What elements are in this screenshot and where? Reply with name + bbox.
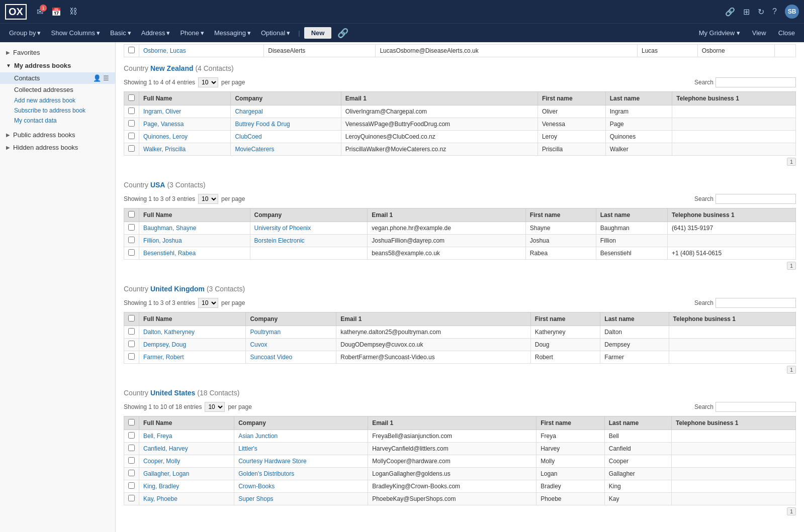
messaging-button[interactable]: Messaging ▾: [210, 27, 255, 39]
company-link-3-0[interactable]: Asian Junction: [238, 433, 278, 440]
contacts-nav-icon[interactable]: ⛓: [69, 7, 77, 16]
contact-name-link-3-5[interactable]: Kay, Phoebe: [143, 495, 177, 502]
help-icon[interactable]: ?: [772, 7, 777, 16]
company-link-1-0[interactable]: University of Phoenix: [254, 225, 311, 232]
contact-name-link-0-0[interactable]: Ingram, Oliver: [143, 108, 181, 115]
sidebar-item-favorites[interactable]: ▶ Favorites: [0, 46, 115, 59]
company-link-3-2[interactable]: Courtesy Hardware Store: [238, 458, 306, 465]
company-link-2-2[interactable]: Suncoast Video: [250, 354, 292, 361]
row-checkbox-input-0-2[interactable]: [128, 133, 135, 139]
refresh-icon[interactable]: ↻: [758, 7, 764, 17]
per-page-select-us[interactable]: 102550: [205, 402, 225, 412]
close-button[interactable]: Close: [774, 27, 799, 39]
company-link-0-0[interactable]: Chargepal: [235, 108, 262, 115]
row-checkbox-input-3-3[interactable]: [128, 470, 135, 476]
calendar-icon[interactable]: 📅: [51, 7, 61, 17]
col-header-nz-4: Last name: [605, 92, 672, 105]
row-checkbox-input-1-1[interactable]: [128, 237, 135, 243]
table-row: Dempsey, DougCuvoxDougODempsey@cuvox.co.…: [124, 339, 796, 351]
company-link-3-4[interactable]: Crown-Books: [238, 483, 275, 490]
showing-text-us: Showing 1 to 10 of 18 entries: [124, 403, 202, 410]
row-checkbox-input-0-0[interactable]: [128, 108, 135, 114]
contact-name-link-0-1[interactable]: Page, Vanessa: [143, 121, 184, 128]
sidebar-item-public[interactable]: ▶ Public address books: [0, 129, 115, 141]
header-checkbox-input-nz[interactable]: [128, 94, 135, 101]
contact-name-link-2-2[interactable]: Farmer, Robert: [143, 354, 184, 361]
search-input-usa[interactable]: [716, 194, 796, 204]
search-input-us[interactable]: [716, 402, 796, 412]
company-link-2-0[interactable]: Poultryman: [250, 329, 281, 336]
chain-icon[interactable]: 🔗: [725, 7, 735, 17]
sidebar-item-collected[interactable]: Collected addresses: [0, 84, 115, 95]
row-checkbox-input-2-0[interactable]: [128, 328, 135, 335]
row-checkbox-input-0-3[interactable]: [128, 145, 135, 152]
contact-name-link-3-3[interactable]: Gallagher, Logan: [143, 470, 189, 477]
header-checkbox-input-usa[interactable]: [128, 211, 135, 218]
sidebar-item-contacts[interactable]: Contacts 👤 ☰: [0, 72, 115, 84]
contact-name-link-2-1[interactable]: Dempsey, Doug: [143, 341, 186, 348]
contact-name-link-3-0[interactable]: Bell, Freya: [143, 433, 172, 440]
search-input-uk[interactable]: [716, 298, 796, 308]
add-new-link[interactable]: Add new address book: [0, 95, 115, 105]
top-row-checkbox[interactable]: [128, 47, 135, 53]
sidebar-item-hidden[interactable]: ▶ Hidden address books: [0, 141, 115, 154]
mail-icon[interactable]: ✉ 1: [37, 7, 43, 17]
company-link-0-3[interactable]: MovieCaterers: [235, 146, 274, 153]
contact-name-link-1-1[interactable]: Fillion, Joshua: [143, 237, 182, 244]
row-checkbox-3-1: [124, 443, 139, 455]
per-page-select-usa[interactable]: 102550: [198, 194, 218, 204]
address-button[interactable]: Address ▾: [137, 27, 174, 39]
grid-icon[interactable]: ⊞: [743, 7, 750, 17]
company-link-0-1[interactable]: Buttrey Food & Drug: [235, 121, 290, 128]
company-link-1-1[interactable]: Borstein Electronic: [254, 237, 305, 244]
contact-name-link-0-3[interactable]: Walker, Priscilla: [143, 146, 186, 153]
row-checkbox-input-2-1[interactable]: [128, 341, 135, 347]
group-by-button[interactable]: Group by ▾: [5, 27, 45, 39]
row-checkbox-input-1-2[interactable]: [128, 249, 135, 256]
my-gridview-button[interactable]: My Gridview ▾: [695, 27, 744, 39]
page-btn-usa[interactable]: 1: [787, 262, 796, 270]
contact-name-link-1-2[interactable]: Besenstiehl, Rabea: [143, 250, 196, 257]
basic-button[interactable]: Basic ▾: [106, 27, 135, 39]
contact-name-link-3-1[interactable]: Canfield, Harvey: [143, 445, 188, 452]
subscribe-link[interactable]: Subscribe to address book: [0, 105, 115, 116]
sidebar-my-address-books[interactable]: ▼ My address books: [0, 59, 115, 72]
per-page-select-uk[interactable]: 102550: [198, 298, 218, 308]
search-input-nz[interactable]: [716, 77, 796, 87]
company-link-3-5[interactable]: Super Shops: [238, 495, 273, 502]
cell-3-1-0: Shayne: [525, 222, 596, 235]
row-checkbox-input-3-0[interactable]: [128, 432, 135, 439]
show-columns-button[interactable]: Show Columns ▾: [47, 27, 104, 39]
contact-name-link-3-2[interactable]: Cooper, Molly: [143, 458, 180, 465]
contact-name-link-0-2[interactable]: Quinones, Leroy: [143, 133, 188, 140]
header-checkbox-input-us[interactable]: [128, 419, 135, 425]
contact-name-link-1-0[interactable]: Baughman, Shayne: [143, 225, 196, 232]
company-link-3-3[interactable]: Golden's Distributors: [238, 470, 294, 477]
showing-text-nz: Showing 1 to 4 of 4 entries: [124, 79, 195, 86]
my-contact-link[interactable]: My contact data: [0, 116, 115, 126]
company-link-0-2[interactable]: ClubCoed: [235, 133, 261, 140]
page-btn-nz[interactable]: 1: [787, 158, 796, 166]
optional-button[interactable]: Optional ▾: [257, 27, 294, 39]
row-checkbox-input-3-5[interactable]: [128, 495, 135, 501]
phone-button[interactable]: Phone ▾: [176, 27, 208, 39]
avatar[interactable]: SB: [785, 5, 799, 19]
company-link-3-1[interactable]: Littler's: [238, 445, 257, 452]
view-button[interactable]: View: [748, 27, 770, 39]
row-checkbox-input-2-2[interactable]: [128, 353, 135, 360]
row-checkbox-input-1-0[interactable]: [128, 224, 135, 231]
top-row-name[interactable]: Osborne, Lucas: [143, 47, 186, 54]
row-checkbox-input-3-1[interactable]: [128, 445, 135, 451]
contact-name-link-2-0[interactable]: Dalton, Katheryney: [143, 329, 195, 336]
page-btn-us[interactable]: 1: [787, 507, 796, 515]
contact-name-link-3-4[interactable]: King, Bradley: [143, 483, 179, 490]
row-checkbox-input-0-1[interactable]: [128, 120, 135, 127]
per-page-select-nz[interactable]: 102550: [198, 77, 218, 87]
row-checkbox-input-3-4[interactable]: [128, 482, 135, 489]
page-btn-uk[interactable]: 1: [787, 366, 796, 374]
top-row-first: Lucas: [637, 45, 697, 57]
new-button[interactable]: New: [304, 27, 332, 39]
row-checkbox-input-3-2[interactable]: [128, 457, 135, 464]
company-link-2-1[interactable]: Cuvox: [250, 341, 267, 348]
header-checkbox-input-uk[interactable]: [128, 315, 135, 322]
